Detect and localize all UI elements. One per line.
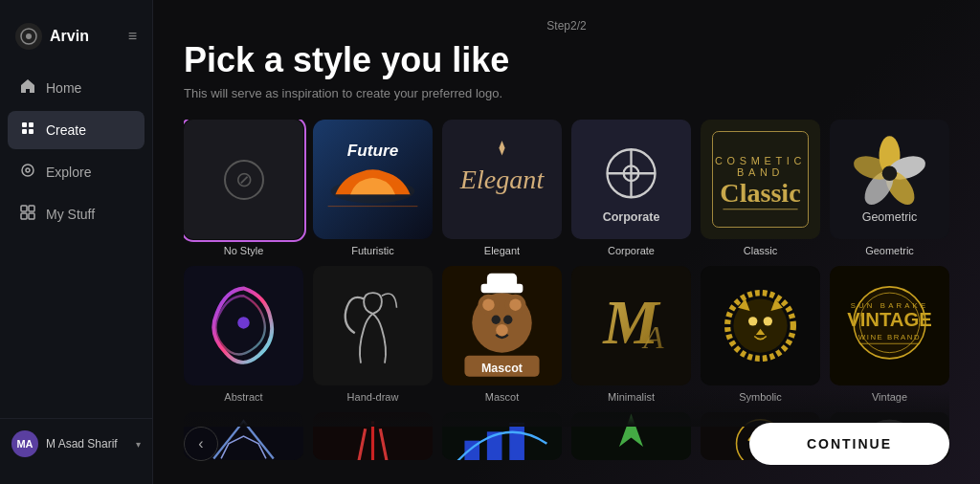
svg-point-46: [482, 298, 495, 311]
page-subtitle: This will serve as inspiration to create…: [184, 86, 949, 100]
svg-rect-52: [487, 274, 517, 289]
svg-point-49: [503, 316, 512, 324]
sidebar-item-create[interactable]: Create: [8, 111, 145, 149]
explore-icon: [19, 163, 36, 182]
avatar: MA: [11, 430, 38, 457]
style-label-abstract: Abstract: [224, 391, 262, 403]
style-label-vintage: Vintage: [872, 391, 907, 403]
style-thumb-nostyle: ⊘: [184, 120, 303, 239]
style-card-classic[interactable]: COSMETIC BAND Classic Classic: [701, 120, 820, 256]
style-thumb-classic: COSMETIC BAND Classic: [701, 120, 820, 239]
style-thumb-vintage: SUN BARAKE VINTAGE WINE BRAND: [830, 266, 949, 385]
style-thumb-geometric: Geometric: [830, 120, 949, 239]
style-card-elegant[interactable]: Elegant Elegant: [442, 120, 562, 256]
page-title: Pick a style you like: [184, 40, 949, 80]
user-name: M Asad Sharif: [46, 437, 128, 451]
svg-text:Geometric: Geometric: [862, 210, 918, 224]
svg-text:Classic: Classic: [720, 178, 800, 208]
style-thumb-minimalist: M A: [571, 266, 691, 385]
svg-text:BAND: BAND: [737, 166, 784, 178]
svg-text:VINTAGE: VINTAGE: [847, 309, 932, 330]
style-card-vintage[interactable]: SUN BARAKE VINTAGE WINE BRAND Vintage: [830, 266, 949, 403]
main-content: Step2/2 Pick a style you like This will …: [153, 0, 980, 484]
style-label-geometric: Geometric: [865, 245, 914, 256]
svg-rect-5: [29, 129, 33, 134]
create-icon: [19, 121, 36, 140]
style-card-handdraw[interactable]: Hand-draw: [313, 266, 433, 403]
step-label: Step2/2: [184, 19, 949, 33]
svg-point-48: [492, 316, 501, 324]
svg-point-50: [496, 324, 508, 337]
style-label-handdraw: Hand-draw: [347, 391, 399, 403]
app-logo-icon: [15, 23, 42, 50]
sidebar-item-mystuff-label: My Stuff: [46, 207, 95, 222]
style-thumb-futuristic: Future: [313, 120, 433, 239]
style-label-symbolic: Symbolic: [739, 391, 782, 403]
style-thumb-elegant: Elegant: [442, 120, 562, 239]
style-label-nostyle: No Style: [224, 245, 264, 256]
style-label-futuristic: Futuristic: [351, 245, 394, 256]
svg-rect-10: [21, 213, 27, 219]
svg-point-1: [26, 33, 32, 39]
style-card-futuristic[interactable]: Future Futuristic: [313, 120, 433, 256]
style-card-minimalist[interactable]: M A Minimalist: [571, 266, 691, 403]
svg-point-40: [237, 317, 250, 329]
style-card-abstract[interactable]: Abstract: [184, 266, 303, 403]
style-label-minimalist: Minimalist: [608, 391, 655, 403]
style-card-corporate[interactable]: Corporate Corporate: [571, 120, 691, 256]
svg-point-47: [509, 298, 522, 311]
svg-rect-4: [22, 129, 27, 134]
svg-rect-8: [21, 206, 27, 211]
svg-text:Future: Future: [347, 141, 399, 160]
svg-rect-3: [29, 122, 33, 127]
user-profile[interactable]: MA M Asad Sharif ▾: [0, 418, 152, 469]
mystuff-icon: [19, 205, 36, 224]
style-label-corporate: Corporate: [608, 245, 655, 256]
style-label-classic: Classic: [744, 245, 777, 256]
style-card-geometric[interactable]: Geometric Geometric: [830, 120, 949, 256]
sidebar-nav: Home Create Explore: [0, 69, 152, 418]
style-thumb-corporate: Corporate: [571, 120, 691, 239]
svg-rect-11: [29, 213, 34, 219]
svg-rect-2: [22, 122, 27, 127]
style-card-nostyle[interactable]: ⊘ No Style: [184, 120, 303, 256]
bottom-bar: ‹ CONTINUE: [184, 423, 949, 465]
style-card-symbolic[interactable]: Symbolic: [701, 266, 820, 403]
svg-text:Elegant: Elegant: [459, 165, 546, 194]
svg-text:COSMETIC: COSMETIC: [715, 155, 806, 166]
sidebar-item-create-label: Create: [46, 122, 86, 138]
style-label-mascot: Mascot: [485, 391, 519, 403]
app-name: Arvin: [50, 28, 89, 45]
sidebar-item-home[interactable]: Home: [8, 69, 145, 107]
style-thumb-abstract: [184, 266, 303, 385]
menu-icon[interactable]: ≡: [128, 28, 137, 45]
sidebar-item-mystuff[interactable]: My Stuff: [8, 195, 145, 233]
continue-button[interactable]: CONTINUE: [749, 423, 949, 465]
svg-point-61: [748, 317, 757, 325]
style-thumb-mascot: Mascot: [442, 266, 562, 385]
sidebar-item-explore-label: Explore: [46, 165, 91, 180]
svg-rect-9: [29, 206, 34, 211]
svg-text:Corporate: Corporate: [603, 210, 660, 224]
back-button[interactable]: ‹: [184, 427, 218, 461]
svg-text:A: A: [641, 319, 664, 355]
sidebar: Arvin ≡ Home Create: [0, 0, 153, 484]
sidebar-item-home-label: Home: [46, 80, 81, 96]
svg-point-6: [22, 165, 33, 176]
svg-point-62: [764, 317, 772, 325]
svg-point-37: [882, 165, 898, 181]
style-thumb-handdraw: [313, 266, 433, 385]
home-icon: [19, 78, 36, 98]
no-style-icon: ⊘: [224, 160, 264, 200]
style-thumb-symbolic: [701, 266, 820, 385]
style-grid: ⊘ No Style: [184, 120, 949, 460]
svg-text:WINE BRAND: WINE BRAND: [858, 333, 921, 341]
style-card-mascot[interactable]: Mascot Mascot: [442, 266, 562, 403]
svg-point-7: [26, 168, 30, 172]
chevron-down-icon: ▾: [136, 439, 141, 450]
sidebar-logo: Arvin ≡: [0, 15, 152, 69]
style-label-elegant: Elegant: [484, 245, 520, 256]
sidebar-item-explore[interactable]: Explore: [8, 153, 145, 191]
svg-text:Mascot: Mascot: [481, 362, 523, 375]
svg-rect-41: [313, 266, 433, 385]
